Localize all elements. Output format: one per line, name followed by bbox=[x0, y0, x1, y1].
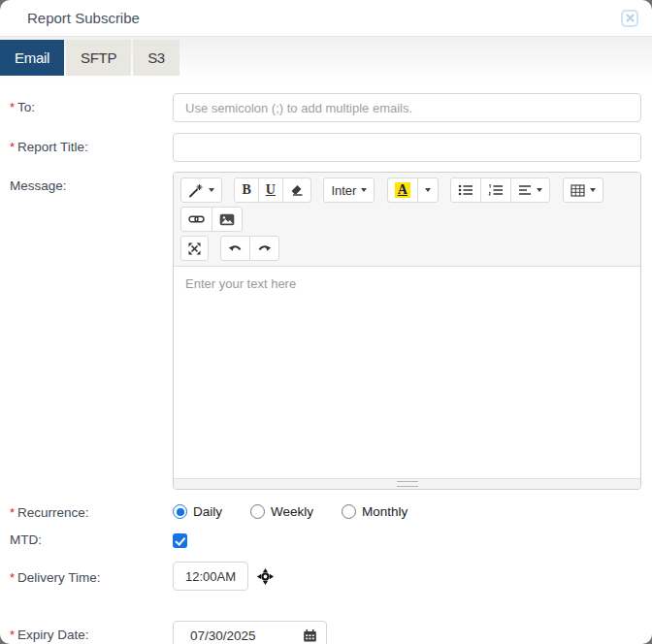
eraser-icon bbox=[290, 184, 304, 196]
font-family-value: Inter bbox=[331, 183, 356, 198]
recurrence-label: *Recurrence: bbox=[10, 504, 173, 520]
chevron-down-icon bbox=[590, 188, 596, 192]
recurrence-options: Daily Weekly Monthly bbox=[173, 504, 641, 519]
close-icon bbox=[626, 14, 635, 22]
mtd-checkbox-checked[interactable] bbox=[173, 533, 187, 548]
undo-button[interactable] bbox=[220, 236, 250, 261]
radio-label: Weekly bbox=[271, 504, 313, 519]
close-button[interactable] bbox=[621, 10, 638, 27]
recurrence-option-daily[interactable]: Daily bbox=[173, 504, 222, 519]
editor-resize-handle[interactable] bbox=[397, 481, 418, 487]
picture-icon bbox=[219, 213, 235, 226]
chevron-down-icon bbox=[425, 188, 431, 192]
radio-unchecked-icon[interactable] bbox=[342, 504, 356, 519]
style-dropdown-button[interactable] bbox=[180, 177, 222, 203]
tab-email[interactable]: Email bbox=[0, 40, 64, 76]
recurrence-row: *Recurrence: Daily Weekly Monthly bbox=[0, 504, 652, 520]
calendar-icon[interactable] bbox=[303, 628, 317, 643]
bullet-list-icon bbox=[458, 184, 473, 196]
recurrence-option-monthly[interactable]: Monthly bbox=[342, 504, 408, 519]
font-color-icon: A bbox=[395, 182, 410, 198]
paragraph-align-dropdown[interactable] bbox=[510, 177, 550, 203]
to-row: *To: bbox=[0, 93, 652, 122]
modal-title: Report Subscribe bbox=[27, 10, 140, 26]
required-marker: * bbox=[10, 628, 15, 642]
message-label: Message: bbox=[10, 172, 173, 193]
expiry-date-input[interactable]: 07/30/2025 bbox=[173, 621, 327, 644]
bold-button[interactable]: B bbox=[234, 177, 258, 203]
report-subscribe-modal: Report Subscribe Email SFTP S3 *To: *Rep… bbox=[0, 0, 652, 644]
link-icon bbox=[188, 214, 205, 224]
required-marker: * bbox=[10, 570, 15, 585]
radio-unchecked-icon[interactable] bbox=[250, 504, 265, 519]
editor-statusbar bbox=[174, 478, 640, 489]
table-icon bbox=[570, 184, 585, 197]
font-color-dropdown[interactable] bbox=[417, 177, 439, 203]
redo-icon bbox=[257, 243, 272, 253]
required-marker: * bbox=[10, 140, 15, 154]
report-title-label: *Report Title: bbox=[10, 133, 173, 154]
report-title-row: *Report Title: bbox=[0, 133, 652, 162]
expiry-date-control: 07/30/2025 bbox=[173, 621, 641, 644]
fullscreen-icon bbox=[188, 242, 201, 255]
picture-button[interactable] bbox=[212, 207, 243, 232]
recurrence-option-weekly[interactable]: Weekly bbox=[250, 504, 313, 519]
delivery-time-input[interactable] bbox=[173, 562, 248, 591]
radio-label: Monthly bbox=[362, 504, 408, 519]
mtd-label: MTD: bbox=[10, 531, 173, 547]
required-marker: * bbox=[10, 100, 15, 114]
expiry-date-row: *Expiry Date: 07/30/2025 bbox=[0, 621, 652, 644]
delivery-time-label: *Delivery Time: bbox=[10, 562, 173, 585]
delivery-time-control bbox=[173, 562, 641, 591]
radio-label: Daily bbox=[193, 504, 222, 519]
message-editor[interactable]: Enter your text here bbox=[174, 267, 640, 478]
radio-checked-icon[interactable] bbox=[173, 504, 187, 519]
expiry-date-label: *Expiry Date: bbox=[10, 621, 173, 642]
tab-strip: Email SFTP S3 bbox=[0, 37, 652, 81]
numbered-list-icon bbox=[488, 184, 504, 196]
fullscreen-button[interactable] bbox=[180, 236, 209, 261]
message-placeholder: Enter your text here bbox=[185, 276, 296, 291]
font-color-button[interactable]: A bbox=[387, 177, 418, 203]
chevron-down-icon bbox=[537, 188, 542, 192]
required-marker: * bbox=[10, 505, 15, 520]
crosshair-target-icon bbox=[257, 568, 274, 585]
tab-sftp[interactable]: SFTP bbox=[66, 40, 131, 76]
clear-formatting-button[interactable] bbox=[282, 177, 311, 203]
to-label: *To: bbox=[10, 93, 173, 114]
expiry-date-value: 07/30/2025 bbox=[190, 628, 256, 643]
chevron-down-icon bbox=[209, 188, 214, 192]
editor-toolbar: B U Inter bbox=[174, 173, 640, 267]
chevron-down-icon bbox=[361, 188, 367, 192]
link-button[interactable] bbox=[180, 207, 212, 232]
underline-button[interactable]: U bbox=[258, 177, 283, 203]
table-dropdown[interactable] bbox=[563, 177, 603, 203]
rich-text-editor: B U Inter bbox=[173, 172, 641, 490]
to-input[interactable] bbox=[173, 93, 641, 122]
magic-wand-icon bbox=[188, 183, 204, 198]
time-picker-button[interactable] bbox=[257, 568, 274, 585]
modal-header: Report Subscribe bbox=[0, 0, 652, 37]
font-family-dropdown[interactable]: Inter bbox=[323, 177, 375, 203]
ordered-list-button[interactable] bbox=[480, 177, 511, 203]
report-title-input[interactable] bbox=[173, 133, 641, 162]
mtd-control bbox=[173, 531, 641, 552]
mtd-row: MTD: bbox=[0, 531, 652, 552]
redo-button[interactable] bbox=[249, 236, 279, 261]
message-row: Message: B U bbox=[0, 172, 652, 490]
delivery-time-row: *Delivery Time: bbox=[0, 562, 652, 591]
unordered-list-button[interactable] bbox=[450, 177, 481, 203]
align-left-icon bbox=[518, 184, 532, 196]
tab-s3[interactable]: S3 bbox=[133, 40, 179, 76]
undo-icon bbox=[228, 243, 243, 253]
